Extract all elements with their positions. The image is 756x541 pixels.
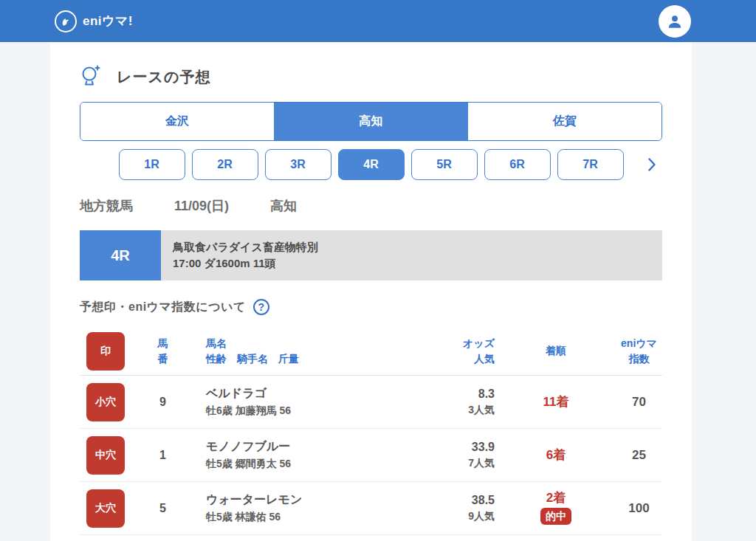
crystal-ball-icon: [80, 63, 102, 90]
table-row: 小穴 9 ベルドラゴ 牡6歳 加藤翔馬 56 8.3 3人気 11着 70: [80, 376, 662, 429]
horse-name: ウォーターレモン: [206, 492, 430, 508]
race-banner: 4R 鳥取食パラダイス畜産物特別 17:00 ダ1600m 11頭: [80, 230, 662, 280]
header-result: 着順: [501, 343, 611, 358]
result: 11着: [501, 393, 611, 410]
race-tab-1r[interactable]: 1R: [119, 149, 185, 180]
odds-value: 38.5: [430, 494, 495, 507]
legend-label: 予想印・eniウマ指数について: [80, 300, 246, 315]
table-header-row: 印 馬 番 馬名 性齢 騎手名 斤量 オッズ 人気 着順 eniウマ 指数: [80, 327, 662, 376]
page-title-row: レースの予想: [80, 64, 662, 89]
race-venue: 高知: [270, 197, 297, 215]
result: 6着: [501, 447, 611, 464]
horse-details: 牡6歳 加藤翔馬 56: [206, 404, 430, 418]
odds-value: 33.9: [430, 441, 495, 454]
race-tab-3r[interactable]: 3R: [265, 149, 331, 180]
mark-badge: 大穴: [86, 489, 125, 528]
race-date: 11/09(日): [174, 197, 229, 215]
race-banner-info: 鳥取食パラダイス畜産物特別 17:00 ダ1600m 11頭: [161, 230, 330, 280]
header-mark-badge: 印: [86, 332, 125, 371]
venue-tab-kanazawa[interactable]: 金沢: [80, 103, 274, 140]
race-tab-7r[interactable]: 7R: [557, 149, 624, 180]
hit-badge: 的中: [540, 508, 571, 525]
user-avatar-button[interactable]: [659, 5, 691, 38]
venue-tab-saga[interactable]: 佐賀: [468, 103, 662, 140]
header-horse-number: 馬 番: [131, 336, 194, 366]
race-meta: 地方競馬 11/09(日) 高知: [80, 197, 662, 215]
prediction-table: 印 馬 番 馬名 性齢 騎手名 斤量 オッズ 人気 着順 eniウマ 指数 小穴…: [80, 327, 662, 535]
horse-name-cell: モノノフブルー 牡5歳 郷間勇太 56: [194, 439, 430, 471]
app-logo[interactable]: eniウマ!: [55, 10, 133, 32]
main-content-card: レースの予想 金沢 高知 佐賀 1R 2R 3R 4R 5R 6R 7R 地方競…: [50, 42, 692, 541]
eniuma-index: 25: [611, 448, 667, 463]
popularity: 9人気: [430, 510, 495, 523]
person-icon: [665, 12, 684, 31]
odds-cell: 38.5 9人気: [430, 494, 501, 523]
result-cell: 2着 的中: [501, 492, 611, 525]
race-tab-6r[interactable]: 6R: [484, 149, 551, 180]
race-tab-2r[interactable]: 2R: [192, 149, 258, 180]
race-tab-4r[interactable]: 4R: [338, 149, 405, 180]
race-tab-5r[interactable]: 5R: [411, 149, 478, 180]
odds-value: 8.3: [430, 387, 495, 401]
horse-number: 5: [131, 502, 194, 515]
venue-tab-kochi[interactable]: 高知: [274, 103, 467, 140]
horse-details: 牡5歳 林謙佑 56: [206, 511, 430, 524]
horse-name: モノノフブルー: [206, 439, 430, 455]
horse-details: 牡5歳 郷間勇太 56: [206, 458, 430, 471]
page-title: レースの予想: [117, 67, 210, 87]
header-horse-name: 馬名 性齢 騎手名 斤量: [194, 336, 430, 366]
odds-cell: 8.3 3人気: [430, 387, 501, 417]
app-header: eniウマ!: [0, 0, 756, 42]
horse-name: ベルドラゴ: [206, 386, 430, 402]
race-details: 17:00 ダ1600m 11頭: [173, 257, 318, 271]
race-selector-row: 1R 2R 3R 4R 5R 6R 7R: [80, 149, 662, 180]
popularity: 3人気: [430, 404, 495, 417]
legend-row: 予想印・eniウマ指数について ?: [80, 299, 662, 315]
header-odds: オッズ 人気: [430, 336, 501, 366]
logo-text: eniウマ!: [83, 13, 133, 30]
question-icon[interactable]: ?: [253, 299, 269, 315]
result: 2着: [546, 492, 566, 506]
race-tab-list: 1R 2R 3R 4R 5R 6R 7R: [80, 149, 662, 180]
table-row: 中穴 1 モノノフブルー 牡5歳 郷間勇太 56 33.9 7人気 6着 25: [80, 429, 662, 482]
popularity: 7人気: [430, 457, 495, 470]
race-category: 地方競馬: [80, 197, 133, 215]
horse-name-cell: ウォーターレモン 牡5歳 林謙佑 56: [194, 492, 430, 524]
mark-badge: 中穴: [86, 436, 125, 475]
horse-number: 1: [131, 449, 194, 462]
header-index: eniウマ 指数: [611, 336, 667, 366]
odds-cell: 33.9 7人気: [430, 441, 501, 470]
eniuma-index: 100: [611, 501, 667, 516]
mark-badge: 小穴: [86, 383, 125, 421]
eniuma-index: 70: [611, 395, 667, 410]
horse-number: 9: [131, 396, 194, 409]
horse-logo-icon: [55, 10, 77, 32]
chevron-right-icon[interactable]: [643, 149, 661, 180]
horse-name-cell: ベルドラゴ 牡6歳 加藤翔馬 56: [194, 386, 430, 418]
table-row: 大穴 5 ウォーターレモン 牡5歳 林謙佑 56 38.5 9人気 2着 的中 …: [80, 482, 662, 535]
race-number-badge: 4R: [80, 230, 161, 280]
venue-tab-bar: 金沢 高知 佐賀: [80, 102, 662, 141]
race-name: 鳥取食パラダイス畜産物特別: [173, 241, 318, 255]
